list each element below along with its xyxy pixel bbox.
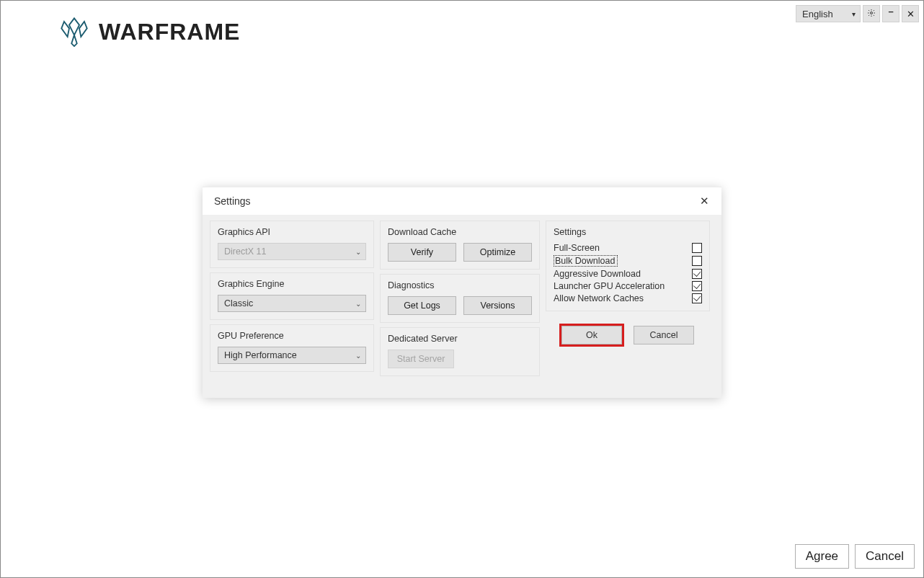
setting-checkbox[interactable] <box>692 293 702 303</box>
get-logs-button[interactable]: Get Logs <box>388 296 456 315</box>
gpu-preference-value: High Performance <box>224 350 297 360</box>
chevron-down-icon: ⌄ <box>355 352 361 360</box>
settings-checkbox-panel: Settings Full-ScreenBulk DownloadAggress… <box>546 221 710 311</box>
agree-button[interactable]: Agree <box>795 544 849 569</box>
chevron-down-icon: ▾ <box>852 10 856 18</box>
graphics-api-panel: Graphics API DirectX 11 ⌄ <box>210 221 374 268</box>
logo-icon <box>57 17 92 47</box>
setting-label: Full-Screen <box>554 243 600 253</box>
setting-label: Bulk Download <box>554 255 618 267</box>
graphics-api-select: DirectX 11 ⌄ <box>218 243 366 260</box>
graphics-api-value: DirectX 11 <box>224 246 266 257</box>
settings-dialog: Settings ✕ Graphics API DirectX 11 ⌄ Gra… <box>203 187 721 398</box>
setting-label: Launcher GPU Acceleration <box>554 281 665 291</box>
gpu-preference-select[interactable]: High Performance ⌄ <box>218 347 366 364</box>
chevron-down-icon: ⌄ <box>355 248 361 256</box>
setting-checkbox[interactable] <box>692 269 702 279</box>
download-cache-label: Download Cache <box>388 227 532 237</box>
dedicated-server-panel: Dedicated Server Start Server <box>380 327 540 376</box>
diagnostics-label: Diagnostics <box>388 280 532 290</box>
gpu-preference-panel: GPU Preference High Performance ⌄ <box>210 324 374 372</box>
setting-checkbox[interactable] <box>692 256 702 266</box>
minimize-button[interactable]: – <box>882 5 899 22</box>
dedicated-server-label: Dedicated Server <box>388 334 532 344</box>
language-select[interactable]: English ▾ <box>796 5 861 22</box>
setting-row: Allow Network Caches <box>554 293 702 303</box>
verify-button[interactable]: Verify <box>388 243 456 262</box>
ok-button[interactable]: Ok <box>561 326 622 344</box>
brand-text: WARFRAME <box>99 19 240 45</box>
brand-logo: WARFRAME <box>57 17 240 47</box>
chevron-down-icon: ⌄ <box>355 300 361 308</box>
gear-icon <box>867 9 876 19</box>
download-cache-panel: Download Cache Verify Optimize <box>380 221 540 270</box>
settings-group-label: Settings <box>554 227 702 237</box>
close-icon: ✕ <box>700 195 709 208</box>
setting-label: Allow Network Caches <box>554 293 644 303</box>
close-window-button[interactable]: ✕ <box>902 5 919 22</box>
diagnostics-panel: Diagnostics Get Logs Versions <box>380 274 540 323</box>
close-icon: ✕ <box>907 9 915 19</box>
dialog-title: Settings <box>214 195 251 207</box>
dialog-close-button[interactable]: ✕ <box>696 192 713 210</box>
language-value: English <box>802 9 833 19</box>
svg-point-0 <box>871 12 873 14</box>
graphics-engine-panel: Graphics Engine Classic ⌄ <box>210 272 374 320</box>
setting-row: Aggressive Download <box>554 269 702 279</box>
minimize-icon: – <box>888 6 893 17</box>
footer-cancel-button[interactable]: Cancel <box>855 544 915 569</box>
graphics-api-label: Graphics API <box>218 227 366 237</box>
setting-checkbox[interactable] <box>692 243 702 253</box>
setting-checkbox[interactable] <box>692 281 702 291</box>
graphics-engine-select[interactable]: Classic ⌄ <box>218 295 366 312</box>
graphics-engine-label: Graphics Engine <box>218 279 366 289</box>
setting-row: Full-Screen <box>554 243 702 253</box>
cancel-button[interactable]: Cancel <box>634 326 694 344</box>
versions-button[interactable]: Versions <box>463 296 532 315</box>
setting-label: Aggressive Download <box>554 269 641 279</box>
optimize-button[interactable]: Optimize <box>463 243 532 262</box>
gpu-preference-label: GPU Preference <box>218 331 366 341</box>
settings-button[interactable] <box>863 5 880 22</box>
graphics-engine-value: Classic <box>224 298 253 308</box>
setting-row: Bulk Download <box>554 255 702 267</box>
setting-row: Launcher GPU Acceleration <box>554 281 702 291</box>
start-server-button: Start Server <box>388 350 454 368</box>
